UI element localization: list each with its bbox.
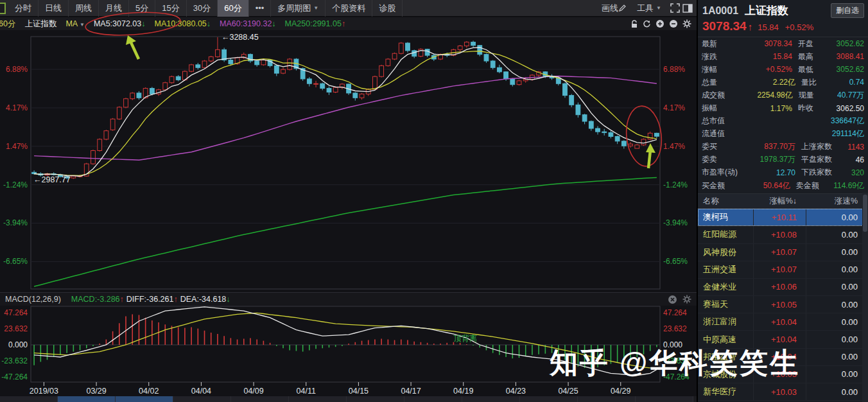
trading-app-window: 分时日线周线月线5分15分30分60分 ••• 多周期图 ▼ 个股资料 诊股 画… — [0, 0, 868, 402]
scrollbar[interactable] — [862, 193, 868, 402]
quote-panel: 1A0001 上证指数 删自选 3078.34 ↑ 15.84 +0.52% 最… — [697, 0, 868, 402]
chart-area[interactable]: 分时日线周线月线5分15分30分60分 ••• 多周期图 ▼ 个股资料 诊股 画… — [0, 0, 697, 402]
stock-row-浙江富润[interactable]: 浙江富润+10.040.00 — [698, 313, 868, 331]
bottom-tab[interactable] — [520, 396, 578, 402]
stock-name-cell: 澳柯玛 — [698, 211, 753, 223]
bottom-tab[interactable] — [462, 396, 520, 402]
stock-name-cell: 新华医疗 — [698, 386, 753, 398]
stock-row-赛福天[interactable]: 赛福天+10.050.00 — [698, 296, 868, 313]
stock-row-新华医疗[interactable]: 新华医疗+10.030.00 — [698, 383, 868, 401]
quote-value: 46 — [841, 155, 864, 164]
quote-label: 现量 — [799, 90, 837, 101]
stock-info-button[interactable]: 个股资料 — [326, 0, 372, 17]
tools-label: 工具 — [637, 3, 654, 14]
bottom-tab[interactable] — [578, 396, 636, 402]
table-header[interactable]: 名称涨幅%↓涨速% — [698, 194, 868, 209]
svg-text:4.17%: 4.17% — [663, 103, 685, 112]
svg-text:←2987.77: ←2987.77 — [33, 175, 71, 184]
gear-icon[interactable] — [682, 295, 691, 304]
ma-selector[interactable]: MA ▼ — [65, 19, 84, 28]
svg-text:23.632: 23.632 — [4, 324, 28, 333]
side-panel-toggle-icon[interactable] — [682, 4, 693, 13]
speed-cell: 0.00 — [806, 209, 868, 225]
svg-text:23.632: 23.632 — [663, 324, 687, 333]
period-button-分时[interactable]: 分时 — [8, 0, 39, 17]
quote-row: 委卖1978.37万平盘家数46 — [698, 153, 868, 166]
svg-text:-47.264: -47.264 — [1, 372, 28, 381]
quote-row: 市盈率(动)12.70下跌家数320 — [698, 166, 868, 179]
period-button-30分[interactable]: 30分 — [187, 0, 218, 17]
bottom-tab[interactable] — [347, 396, 404, 402]
stock-row-金健米业[interactable]: 金健米业+10.060.00 — [698, 279, 868, 296]
stock-row-澳柯玛[interactable]: 澳柯玛+10.110.00 — [698, 209, 868, 226]
macd-params-label: MACD(12,26,9) — [5, 295, 61, 304]
svg-text:0.000: 0.000 — [8, 340, 28, 349]
scrollbar-thumb[interactable] — [863, 195, 867, 232]
quote-label: 买金额 — [702, 180, 744, 191]
stock-name-cell: 浙江富润 — [698, 316, 753, 328]
period-button-月线[interactable]: 月线 — [99, 0, 129, 17]
draw-line-label: 画线 — [602, 3, 618, 14]
quote-row: 成交额2254.98亿现量40.77万 — [698, 89, 868, 101]
ma-value: MA250:2991.05↑ — [285, 19, 346, 28]
price-change: 15.84 — [758, 22, 779, 32]
period-button-日线[interactable]: 日线 — [39, 0, 69, 17]
speed-cell: 0.00 — [806, 226, 868, 243]
bottom-tab[interactable] — [0, 396, 58, 402]
diagnose-button[interactable]: 诊股 — [372, 0, 403, 17]
bottom-tab[interactable] — [636, 396, 693, 402]
bottom-tab[interactable] — [404, 396, 462, 402]
svg-text:04/29: 04/29 — [611, 387, 630, 396]
app-icon — [0, 3, 6, 14]
bottom-tab[interactable] — [173, 396, 231, 402]
table-header-cell[interactable]: 涨幅%↓ — [753, 194, 806, 208]
quote-label: 总市值 — [702, 116, 747, 127]
quote-label: 流通值 — [702, 128, 747, 139]
table-header-cell[interactable]: 涨速% — [806, 194, 868, 208]
quote-label: 市盈率(动) — [702, 167, 747, 178]
quote-value: 2.22亿 — [747, 77, 795, 88]
candlestick-chart[interactable]: 6.88%6.88%4.17%4.17%1.47%1.47%-1.24%-1.2… — [0, 0, 697, 402]
draw-line-button[interactable]: 画线 — [595, 0, 628, 17]
tools-button[interactable]: 工具 ▼ — [630, 0, 668, 17]
speed-cell: 0.00 — [806, 261, 868, 278]
quote-value: 3078.34 — [745, 39, 792, 48]
multi-period-button[interactable]: 多周期图 ▼ — [271, 0, 326, 17]
chevron-down-icon: ▼ — [313, 5, 318, 11]
stock-name-cell: 中原高速 — [698, 334, 753, 345]
svg-text:03/29: 03/29 — [86, 387, 106, 396]
more-periods-button[interactable]: ••• — [249, 0, 272, 17]
ma-value: MA5:3072.03↓ — [94, 19, 146, 28]
period-button-15分[interactable]: 15分 — [155, 0, 186, 17]
fullscreen-icon[interactable] — [670, 3, 680, 13]
refresh-icon[interactable] — [643, 20, 651, 28]
svg-text:6.88%: 6.88% — [6, 65, 28, 74]
period-button-5分[interactable]: 5分 — [129, 0, 155, 17]
bottom-tab[interactable] — [116, 396, 173, 402]
stock-row-五洲交通[interactable]: 五洲交通+10.070.00 — [698, 261, 868, 279]
table-header-cell[interactable]: 名称 — [698, 196, 753, 207]
unlock-icon[interactable] — [630, 20, 638, 28]
period-button-60分[interactable]: 60分 — [218, 0, 248, 17]
period-toolbar: 分时日线周线月线5分15分30分60分 ••• 多周期图 ▼ 个股资料 诊股 画… — [0, 0, 697, 17]
svg-text:2019/03: 2019/03 — [30, 387, 58, 396]
stock-row-风神股份[interactable]: 风神股份+10.070.00 — [698, 244, 868, 261]
bottom-tab[interactable] — [289, 396, 347, 402]
change-pct-cell: +10.07 — [753, 261, 806, 278]
gear-icon[interactable] — [682, 19, 691, 28]
bottom-tab[interactable] — [231, 396, 289, 402]
bottom-tab-strip[interactable] — [0, 396, 697, 402]
zoom-out-icon[interactable] — [669, 19, 678, 28]
close-icon[interactable] — [668, 295, 677, 304]
quote-value: 3088.41 — [837, 52, 864, 61]
zoom-in-icon[interactable] — [655, 19, 664, 28]
bottom-tab[interactable] — [58, 396, 116, 402]
change-pct-cell: +10.07 — [753, 244, 806, 261]
remove-watchlist-button[interactable]: 删自选 — [831, 3, 864, 18]
period-button-周线[interactable]: 周线 — [69, 0, 99, 17]
quote-label: 涨幅 — [702, 64, 745, 75]
svg-text:47.264: 47.264 — [663, 308, 687, 317]
quote-row: 流通值291114亿 — [698, 128, 868, 141]
stock-name-cell: 红阳能源 — [698, 229, 753, 240]
stock-row-红阳能源[interactable]: 红阳能源+10.080.00 — [698, 226, 868, 243]
